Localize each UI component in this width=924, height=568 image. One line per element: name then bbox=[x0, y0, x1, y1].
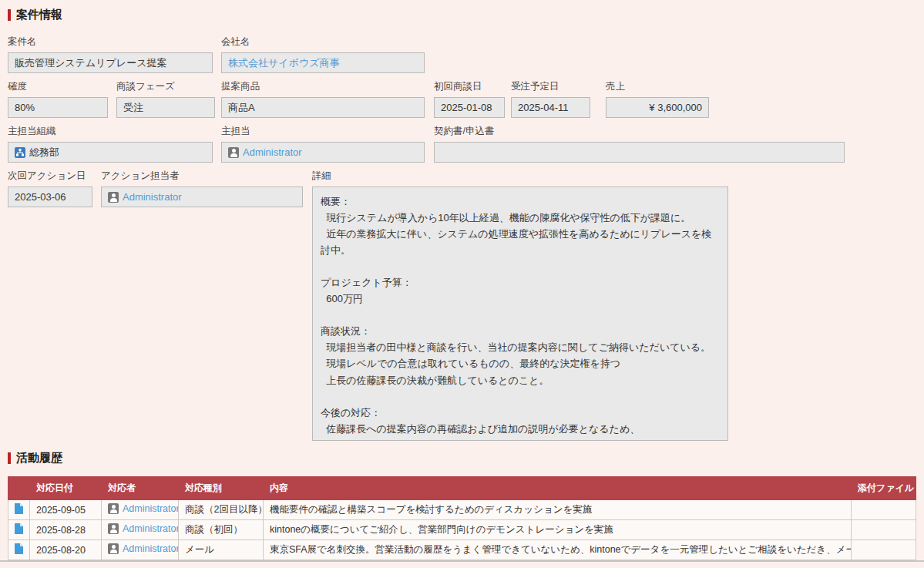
first-meeting-date-label: 初回商談日 bbox=[434, 80, 505, 93]
table-row: 2025-08-28 Administrator 商談（初回） kintoneの… bbox=[8, 520, 916, 540]
user-icon bbox=[228, 147, 239, 158]
cell-date: 2025-08-20 bbox=[30, 540, 102, 560]
expected-order-date-value: 2025-04-11 bbox=[511, 97, 590, 118]
cell-date: 2025-08-28 bbox=[30, 520, 102, 540]
section-title-bar bbox=[8, 9, 11, 21]
record-icon-cell bbox=[8, 520, 30, 540]
user-icon bbox=[108, 543, 119, 554]
case-name-label: 案件名 bbox=[8, 35, 213, 49]
probability-value: 80% bbox=[8, 97, 108, 118]
record-icon-cell bbox=[8, 500, 30, 520]
header-icon-col bbox=[8, 477, 30, 500]
cell-type: メール bbox=[179, 540, 264, 560]
contract-label: 契約書/申込書 bbox=[434, 125, 845, 138]
cell-content: kintoneの概要についてご紹介し、営業部門向けのデモンストレーションを実施 bbox=[264, 520, 852, 540]
company-name-value: 株式会社サイボウズ商事 bbox=[221, 52, 425, 73]
case-info-section-title: 案件情報 bbox=[8, 8, 62, 22]
person-chip[interactable]: Administrator bbox=[108, 503, 179, 514]
user-icon bbox=[108, 523, 119, 534]
detail-value: 概要： 現行システムが導入から10年以上経過、機能の陳腐化や保守性の低下が課題に… bbox=[312, 187, 728, 441]
table-row: 2025-09-05 Administrator 商談（2回目以降） 機能要件の… bbox=[8, 500, 916, 520]
section-title-text: 活動履歴 bbox=[16, 451, 62, 465]
section-title-bar bbox=[8, 452, 11, 464]
user-icon bbox=[108, 192, 119, 203]
cell-attachment bbox=[852, 540, 916, 560]
main-org-label: 主担当組織 bbox=[8, 125, 213, 138]
field-main-org: 主担当組織 総務部 bbox=[8, 125, 213, 163]
action-person-chip[interactable]: Administrator bbox=[108, 191, 182, 203]
product-label: 提案商品 bbox=[221, 80, 425, 93]
section-title-text: 案件情報 bbox=[16, 8, 62, 22]
sales-value: ¥ 3,600,000 bbox=[606, 97, 709, 118]
cell-type: 商談（2回目以降） bbox=[179, 500, 264, 520]
activity-history-table: 対応日付 対応者 対応種別 内容 添付ファイル 2025-09-05 Ad bbox=[8, 476, 916, 560]
record-file-icon[interactable] bbox=[14, 523, 24, 537]
person-chip[interactable]: Administrator bbox=[108, 543, 179, 554]
cell-person: Administrator bbox=[102, 540, 179, 560]
header-date: 対応日付 bbox=[30, 477, 102, 500]
header-person: 対応者 bbox=[102, 477, 179, 500]
field-product: 提案商品 商品A bbox=[221, 80, 425, 118]
probability-label: 確度 bbox=[8, 80, 108, 93]
header-type: 対応種別 bbox=[179, 477, 264, 500]
field-expected-order-date: 受注予定日 2025-04-11 bbox=[511, 80, 590, 118]
main-org-value: 総務部 bbox=[8, 142, 213, 163]
record-icon-cell bbox=[8, 540, 30, 560]
action-person-link[interactable]: Administrator bbox=[123, 191, 182, 203]
table-row: 2025-08-20 Administrator メール 東京SFA展で名刺交換… bbox=[8, 540, 916, 560]
window-bottom-divider bbox=[0, 560, 924, 562]
field-contract: 契約書/申込書 bbox=[434, 125, 845, 163]
detail-label: 詳細 bbox=[312, 170, 728, 183]
next-action-date-label: 次回アクション日 bbox=[8, 170, 92, 183]
cell-attachment bbox=[852, 520, 916, 540]
header-content: 内容 bbox=[264, 477, 852, 500]
sales-label: 売上 bbox=[606, 80, 709, 93]
cell-content: 東京SFA展で名刺交換。営業活動の履歴をうまく管理できていないため、kinton… bbox=[264, 540, 852, 560]
organization-icon bbox=[15, 147, 25, 158]
product-value: 商品A bbox=[221, 97, 425, 118]
contract-value bbox=[434, 142, 845, 163]
main-person-chip[interactable]: Administrator bbox=[228, 146, 302, 158]
cell-attachment bbox=[852, 500, 916, 520]
action-person-label: アクション担当者 bbox=[101, 170, 303, 183]
main-person-link[interactable]: Administrator bbox=[243, 146, 302, 158]
activity-history-section-title: 活動履歴 bbox=[8, 451, 62, 465]
field-next-action-date: 次回アクション日 2025-03-06 bbox=[8, 170, 92, 207]
field-case-name: 案件名 販売管理システムリプレース提案 bbox=[8, 35, 213, 73]
field-detail: 詳細 概要： 現行システムが導入から10年以上経過、機能の陳腐化や保守性の低下が… bbox=[312, 170, 728, 441]
person-link[interactable]: Administrator bbox=[123, 503, 179, 514]
person-link[interactable]: Administrator bbox=[123, 543, 179, 554]
person-link[interactable]: Administrator bbox=[123, 523, 179, 534]
expected-order-date-label: 受注予定日 bbox=[511, 80, 590, 93]
main-org-name: 総務部 bbox=[29, 146, 59, 160]
cell-type: 商談（初回） bbox=[179, 520, 264, 540]
field-phase: 商談フェーズ 受注 bbox=[116, 80, 215, 118]
main-person-label: 主担当 bbox=[221, 125, 425, 138]
table-header-row: 対応日付 対応者 対応種別 内容 添付ファイル bbox=[8, 477, 916, 500]
phase-label: 商談フェーズ bbox=[116, 80, 215, 93]
field-probability: 確度 80% bbox=[8, 80, 108, 118]
first-meeting-date-value: 2025-01-08 bbox=[434, 97, 505, 118]
user-icon bbox=[108, 503, 119, 514]
header-attachment: 添付ファイル bbox=[852, 477, 916, 500]
cell-person: Administrator bbox=[102, 500, 179, 520]
case-name-value: 販売管理システムリプレース提案 bbox=[8, 52, 213, 73]
cell-person: Administrator bbox=[102, 520, 179, 540]
phase-value: 受注 bbox=[116, 97, 215, 118]
cell-content: 機能要件の確認と構築スコープを検討するためのディスカッションを実施 bbox=[264, 500, 852, 520]
main-person-value: Administrator bbox=[221, 142, 425, 163]
field-sales: 売上 ¥ 3,600,000 bbox=[606, 80, 709, 118]
field-action-person: アクション担当者 Administrator bbox=[101, 170, 303, 207]
action-person-value: Administrator bbox=[101, 187, 303, 207]
field-main-person: 主担当 Administrator bbox=[221, 125, 425, 163]
person-chip[interactable]: Administrator bbox=[108, 523, 179, 534]
record-file-icon[interactable] bbox=[14, 502, 24, 517]
record-file-icon[interactable] bbox=[14, 543, 24, 557]
field-first-meeting-date: 初回商談日 2025-01-08 bbox=[434, 80, 505, 118]
company-name-link[interactable]: 株式会社サイボウズ商事 bbox=[228, 56, 340, 70]
next-action-date-value: 2025-03-06 bbox=[8, 187, 92, 207]
main-org-chip: 総務部 bbox=[15, 146, 59, 160]
cell-date: 2025-09-05 bbox=[30, 500, 102, 520]
field-company-name: 会社名 株式会社サイボウズ商事 bbox=[221, 35, 425, 73]
company-name-label: 会社名 bbox=[221, 35, 425, 49]
